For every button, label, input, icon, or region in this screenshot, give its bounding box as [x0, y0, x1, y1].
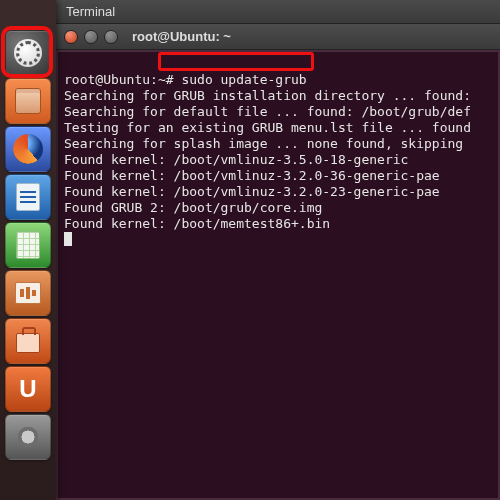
launcher-software-center[interactable] [5, 318, 51, 364]
terminal-output-line: Found kernel: /boot/memtest86+.bin [64, 216, 330, 231]
terminal-command: sudo update-grub [181, 72, 306, 87]
window-maximize-button[interactable] [104, 30, 118, 44]
calc-icon [16, 231, 40, 259]
ubuntu-one-icon: U [19, 375, 36, 403]
ubuntu-logo-icon [14, 39, 42, 67]
terminal-viewport[interactable]: root@Ubuntu:~# sudo update-grub Searchin… [56, 50, 500, 500]
unity-launcher: U [0, 0, 56, 500]
window-close-button[interactable] [64, 30, 78, 44]
terminal-output-line: Found kernel: /boot/vmlinuz-3.5.0-18-gen… [64, 152, 408, 167]
launcher-dash-home[interactable] [5, 30, 51, 76]
terminal-cursor [64, 232, 72, 246]
launcher-impress[interactable] [5, 270, 51, 316]
window-titlebar[interactable]: root@Ubuntu: ~ [56, 24, 500, 50]
terminal-output-line: Found kernel: /boot/vmlinuz-3.2.0-36-gen… [64, 168, 440, 183]
prompt-suffix: # [166, 72, 174, 87]
software-center-icon [16, 333, 40, 353]
firefox-icon [13, 134, 43, 164]
window-minimize-button[interactable] [84, 30, 98, 44]
gear-icon [15, 424, 41, 450]
launcher-writer[interactable] [5, 174, 51, 220]
writer-icon [16, 183, 40, 211]
terminal-output-line: Testing for an existing GRUB menu.lst fi… [64, 120, 471, 135]
terminal-output-line: Searching for splash image ... none foun… [64, 136, 471, 151]
launcher-calc[interactable] [5, 222, 51, 268]
main-area: Terminal root@Ubuntu: ~ root@Ubuntu:~# s… [56, 0, 500, 500]
terminal-output-line: Searching for GRUB installation director… [64, 88, 471, 103]
launcher-ubuntu-one[interactable]: U [5, 366, 51, 412]
launcher-firefox[interactable] [5, 126, 51, 172]
terminal-output-line: Searching for default file ... found: /b… [64, 104, 471, 119]
terminal-prompt-line: root@Ubuntu:~# sudo update-grub [64, 72, 307, 87]
window-title: root@Ubuntu: ~ [132, 29, 231, 44]
menubar-app-label: Terminal [66, 4, 115, 19]
highlight-command [158, 52, 314, 71]
launcher-settings[interactable] [5, 414, 51, 460]
prompt-user-host: root@Ubuntu [64, 72, 150, 87]
files-icon [15, 88, 41, 114]
impress-icon [15, 282, 41, 304]
global-menubar[interactable]: Terminal [56, 0, 500, 24]
terminal-output-line: Found GRUB 2: /boot/grub/core.img [64, 200, 322, 215]
launcher-files[interactable] [5, 78, 51, 124]
terminal-output-line: Found kernel: /boot/vmlinuz-3.2.0-23-gen… [64, 184, 440, 199]
prompt-path: ~ [158, 72, 166, 87]
